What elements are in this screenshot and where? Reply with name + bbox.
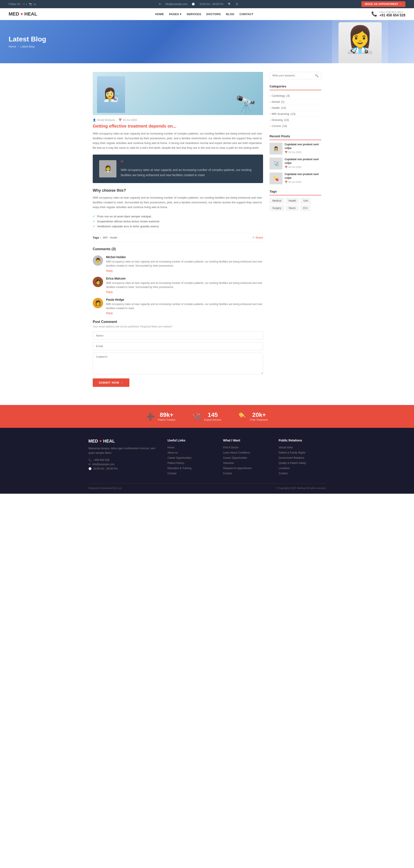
- comment-reply-1[interactable]: Reply: [106, 270, 263, 272]
- search-input[interactable]: [270, 72, 312, 79]
- footer-public-a-3[interactable]: Government Relations: [279, 456, 304, 459]
- footer-want-a-3[interactable]: Career Opportunities: [223, 456, 247, 459]
- footer-public-a-2[interactable]: Patient & Family Rights: [279, 451, 306, 454]
- footer-public-a-5[interactable]: Locations: [279, 467, 289, 470]
- comment-avatar-1: 👨: [93, 255, 103, 266]
- category-mri-scanning[interactable]: › MRI Scanning (13): [270, 111, 321, 117]
- cat-count-1: (3): [286, 94, 290, 97]
- footer-link-education-a[interactable]: Education & Training: [168, 467, 192, 470]
- phone-icon: 📞: [371, 11, 377, 17]
- footer-public-link-4: Quality & Patient Safety: [279, 461, 325, 465]
- footer-public-a-6[interactable]: Contact: [279, 472, 287, 475]
- recent-post-1[interactable]: 👩‍⚕️ Cupidatat non produnt sunt culpa 📅 …: [270, 143, 321, 155]
- twitter-icon[interactable]: t: [26, 3, 27, 6]
- footer-link-career-a[interactable]: Career Opportunities: [168, 456, 192, 459]
- cart-icon[interactable]: 🛒: [236, 3, 239, 6]
- tag-medical[interactable]: Medical: [270, 198, 284, 204]
- footer-public-link-2: Patient & Family Rights: [279, 451, 325, 454]
- nav-home[interactable]: HOME: [155, 12, 164, 16]
- recent-post-2[interactable]: 🩺 Cupidatat non produnt sunt culpa 📅 05 …: [270, 158, 321, 169]
- footer-link-about-a[interactable]: About us: [168, 451, 178, 454]
- submit-button[interactable]: SUBMIT NOW →: [93, 378, 129, 387]
- cat-name-2: Dental: [272, 100, 280, 103]
- footer-want-a-2[interactable]: Learn About Conditions: [223, 451, 250, 454]
- hero-content: Latest Blog Home › Latest Blog: [9, 35, 46, 48]
- category-health[interactable]: › Health (13): [270, 105, 321, 111]
- tags-label: Tags :: [93, 236, 101, 239]
- footer-want-a-6[interactable]: Contact: [223, 472, 232, 475]
- footer-want-a-1[interactable]: Find A Doctor: [223, 446, 239, 449]
- social-icons[interactable]: f t 📷 in: [24, 3, 36, 6]
- nav-doctors[interactable]: DOCTORS: [206, 12, 221, 16]
- category-dressing[interactable]: › Dressing (13): [270, 117, 321, 123]
- linkedin-icon[interactable]: in: [34, 3, 36, 6]
- stats-bar: ➕ 89k+ Patient Treated 🩺 145 Expert Doct…: [0, 405, 414, 428]
- stat-patients-label: Patient Treated: [158, 418, 175, 422]
- top-bar-right[interactable]: MAKE AN APPOINTMENT →: [361, 1, 405, 7]
- quote-block: 👩‍⚕️ " With occupancy rates at near capa…: [93, 155, 263, 183]
- comment-reply-3[interactable]: Reply: [106, 312, 263, 315]
- category-corona[interactable]: › Corona (13): [270, 123, 321, 129]
- tags-cloud: Medical Health Urin Surgery Neuro ICU: [270, 198, 321, 211]
- footer-link-patient-a[interactable]: Patient History: [168, 462, 184, 465]
- footer-want-a-4[interactable]: Volunteer: [223, 462, 234, 465]
- post-comment-section: Post Comment Your email address will not…: [93, 320, 263, 387]
- quote-image: 👩‍⚕️: [99, 160, 116, 178]
- breadcrumb-home[interactable]: Home: [9, 45, 16, 48]
- nav-services[interactable]: SERVICES: [186, 12, 201, 16]
- recent-post-title-2: Cupidatat non produnt sunt culpa: [285, 158, 321, 165]
- instagram-icon[interactable]: 📷: [29, 3, 32, 6]
- comment-3: 👩 Paula Hedge With occupancy rates at ne…: [93, 298, 263, 315]
- search-button[interactable]: 🔍: [312, 72, 321, 79]
- footer-link-education: Education & Training: [168, 466, 214, 470]
- cat-arrow: ›: [270, 125, 270, 127]
- comment-2: 👩 Erica Malcom With occupancy rates at n…: [93, 277, 263, 293]
- recent-post-3[interactable]: 💊 Cupidatat non produnt sunt culpa 📅 05 …: [270, 173, 321, 184]
- comment-textarea[interactable]: [93, 353, 263, 374]
- why-text: With occupancy rates at near capacity an…: [93, 195, 263, 210]
- footer-link-about: About us: [168, 451, 214, 454]
- footer-phone: 📞 +458 654 528: [89, 459, 159, 462]
- top-bar-left: Follow Us : f t 📷 in: [9, 3, 36, 6]
- checklist-item-2: Suspendisse ultrices lectus lectus ornar…: [93, 219, 263, 224]
- footer-public-a-4[interactable]: Quality & Patient Safety: [279, 462, 306, 465]
- footer-public-a-1[interactable]: Virtual Visits: [279, 446, 293, 449]
- footer-link-contact-a[interactable]: Contact: [168, 472, 176, 475]
- post-tag-1[interactable]: MRI: [103, 236, 108, 239]
- comment-reply-2[interactable]: Reply: [106, 290, 263, 293]
- tag-health[interactable]: Health: [286, 198, 299, 204]
- stat-patients: ➕ 89k+ Patient Treated: [146, 411, 175, 422]
- nav-blog[interactable]: BLOG: [226, 12, 234, 16]
- category-cardiology[interactable]: › Cardiology (3): [270, 93, 321, 99]
- facebook-icon[interactable]: f: [24, 3, 24, 6]
- tag-icu[interactable]: ICU: [300, 205, 310, 211]
- post-tag-2[interactable]: Health: [110, 236, 117, 239]
- search-icon[interactable]: 🔍: [228, 3, 231, 6]
- footer-link-home-a[interactable]: Home: [168, 446, 174, 449]
- share-button[interactable]: ↗ Share: [252, 236, 263, 239]
- recent-post-body-2: Cupidatat non produnt sunt culpa 📅 05 Oc…: [285, 158, 321, 168]
- footer-link-career: Career Opportunities: [168, 456, 214, 459]
- tag-neuro[interactable]: Neuro: [286, 205, 299, 211]
- tag-surgery[interactable]: Surgery: [270, 205, 284, 211]
- comment-1: 👨 Michel Holder With occupancy rates at …: [93, 255, 263, 272]
- site-logo[interactable]: MED ♥ HEAL: [9, 11, 37, 17]
- breadcrumb-separator: ›: [18, 45, 19, 48]
- footer-logo-start: MED: [89, 439, 98, 444]
- email-input[interactable]: [93, 342, 263, 350]
- tags-section: Tags Medical Health Urin Surgery Neuro I…: [270, 189, 321, 211]
- nav-pages[interactable]: PAGES ▾: [169, 12, 181, 16]
- footer-public-links: Virtual Visits Patient & Family Rights G…: [279, 445, 325, 475]
- name-input[interactable]: [93, 332, 263, 340]
- category-dental[interactable]: › Dental (1): [270, 99, 321, 105]
- recent-post-img-1: 👩‍⚕️: [270, 143, 282, 155]
- tag-urin[interactable]: Urin: [301, 198, 311, 204]
- footer-want-a-5[interactable]: Request An Appointment: [223, 467, 251, 470]
- quote-text: With occupancy rates at near capacity an…: [121, 167, 256, 178]
- tags-title: Tags: [270, 189, 321, 195]
- search-box[interactable]: 🔍: [270, 72, 321, 79]
- nav-contact[interactable]: CONTACT: [240, 12, 253, 16]
- checklist: Proin non ex sit amet diam semper volutp…: [93, 214, 263, 229]
- make-appointment-button[interactable]: MAKE AN APPOINTMENT →: [361, 1, 405, 7]
- logo-text-start: MED: [9, 11, 19, 17]
